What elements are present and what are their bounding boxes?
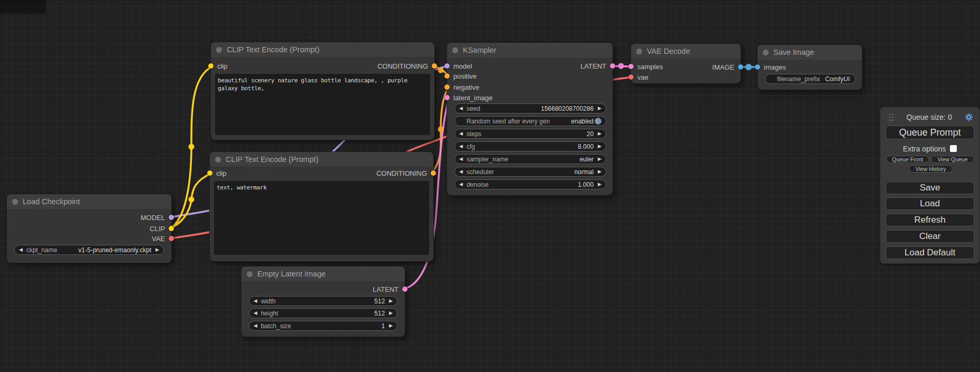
image-port-icon[interactable]: [738, 64, 743, 70]
node-header[interactable]: VAE Decode: [631, 44, 741, 59]
decrement-arrow-icon[interactable]: ◀: [459, 169, 463, 174]
widget-value: v1-5-pruned-emaonly.ckpt: [79, 246, 152, 254]
view-queue-button[interactable]: View Queue: [931, 156, 974, 163]
denoise-widget[interactable]: ◀ denoise 1.000 ▶: [454, 179, 606, 189]
conditioning-port-icon[interactable]: [444, 84, 450, 90]
input-port-clip[interactable]: clip: [207, 169, 227, 177]
random-seed-toggle-widget[interactable]: Random seed after every gen enabled: [454, 116, 606, 126]
drag-handle-icon[interactable]: [888, 113, 894, 122]
input-port-vae[interactable]: vae: [628, 73, 648, 81]
increment-arrow-icon[interactable]: ▶: [598, 169, 601, 174]
increment-arrow-icon[interactable]: ▶: [389, 311, 393, 316]
image-port-icon[interactable]: [755, 64, 760, 70]
sampler-name-widget[interactable]: ◀ sampler_name euler ▶: [454, 154, 606, 164]
latent-port-icon[interactable]: [402, 287, 407, 292]
collapse-dot-icon[interactable]: [12, 199, 18, 205]
output-port-image[interactable]: IMAGE: [712, 63, 743, 71]
input-port-negative[interactable]: negative: [444, 83, 479, 91]
conditioning-port-icon[interactable]: [444, 73, 450, 79]
increment-arrow-icon[interactable]: ▶: [156, 247, 159, 252]
cfg-widget[interactable]: ◀ cfg 8.000 ▶: [454, 141, 606, 151]
height-widget[interactable]: ◀ height 512 ▶: [249, 308, 397, 318]
output-port-conditioning[interactable]: CONDITIONING: [376, 169, 436, 177]
latent-port-icon[interactable]: [610, 63, 615, 69]
scheduler-widget[interactable]: ◀ scheduler normal ▶: [454, 167, 606, 177]
input-port-model[interactable]: model: [444, 62, 472, 70]
decrement-arrow-icon[interactable]: ◀: [19, 247, 23, 252]
steps-widget[interactable]: ◀ steps 20 ▶: [454, 129, 606, 139]
increment-arrow-icon[interactable]: ▶: [598, 144, 601, 149]
node-header[interactable]: KSampler: [447, 43, 613, 58]
collapse-dot-icon[interactable]: [763, 50, 769, 55]
decrement-arrow-icon[interactable]: ◀: [254, 323, 257, 328]
node-header[interactable]: CLIP Text Encode (Prompt): [211, 42, 434, 57]
collapse-dot-icon[interactable]: [216, 47, 222, 53]
output-port-clip[interactable]: CLIP: [150, 224, 174, 233]
decrement-arrow-icon[interactable]: ◀: [254, 311, 257, 316]
input-port-images[interactable]: images: [755, 63, 786, 71]
conditioning-port-icon[interactable]: [431, 170, 436, 176]
decrement-arrow-icon[interactable]: ◀: [254, 299, 257, 303]
load-button[interactable]: Load: [886, 197, 974, 210]
extra-options-checkbox[interactable]: [950, 145, 957, 152]
save-button[interactable]: Save: [886, 182, 974, 194]
collapse-dot-icon[interactable]: [215, 157, 221, 163]
decrement-arrow-icon[interactable]: ◀: [459, 157, 463, 161]
prompt-textarea[interactable]: text, watermark: [214, 181, 429, 255]
extra-options-label: Extra options: [903, 145, 946, 153]
output-port-latent[interactable]: LATENT: [373, 285, 407, 293]
queue-front-button[interactable]: Queue Front: [886, 156, 929, 163]
graph-canvas[interactable]: CLIP Text Encode (Prompt) clip CONDITION…: [0, 0, 980, 372]
input-port-positive[interactable]: positive: [444, 72, 477, 80]
ckpt-name-widget[interactable]: ◀ ckpt_name v1-5-pruned-emaonly.ckpt ▶: [14, 245, 164, 255]
increment-arrow-icon[interactable]: ▶: [598, 131, 601, 136]
node-header[interactable]: CLIP Text Encode (Prompt): [210, 152, 433, 167]
increment-arrow-icon[interactable]: ▶: [389, 323, 393, 328]
widget-label: scheduler: [467, 168, 494, 176]
increment-arrow-icon[interactable]: ▶: [598, 182, 601, 187]
queue-prompt-button[interactable]: Queue Prompt: [886, 126, 974, 139]
output-port-vae[interactable]: VAE: [152, 234, 174, 243]
decrement-arrow-icon[interactable]: ◀: [459, 131, 463, 136]
increment-arrow-icon[interactable]: ▶: [598, 106, 601, 111]
output-port-latent[interactable]: LATENT: [580, 62, 615, 70]
decrement-arrow-icon[interactable]: ◀: [459, 106, 463, 111]
vae-port-icon[interactable]: [169, 236, 174, 241]
decrement-arrow-icon[interactable]: ◀: [459, 144, 463, 149]
clip-port-icon[interactable]: [207, 170, 212, 176]
model-port-icon[interactable]: [169, 215, 174, 220]
refresh-button[interactable]: Refresh: [886, 214, 974, 226]
load-default-button[interactable]: Load Default: [886, 246, 974, 259]
collapse-dot-icon[interactable]: [452, 47, 458, 53]
decrement-arrow-icon[interactable]: ◀: [459, 182, 463, 187]
input-port-clip[interactable]: clip: [208, 62, 228, 70]
collapse-dot-icon[interactable]: [247, 271, 253, 277]
increment-arrow-icon[interactable]: ▶: [598, 157, 601, 161]
vae-port-icon[interactable]: [628, 74, 634, 80]
node-header[interactable]: Save Image: [758, 45, 862, 60]
model-port-icon[interactable]: [444, 63, 450, 69]
widget-value: euler: [579, 156, 594, 163]
settings-gear-icon[interactable]: [964, 112, 974, 122]
output-port-conditioning[interactable]: CONDITIONING: [377, 62, 437, 70]
conditioning-port-icon[interactable]: [432, 63, 437, 69]
width-widget[interactable]: ◀ width 512 ▶: [249, 296, 397, 306]
prompt-textarea[interactable]: beautiful scenery nature glass bottle la…: [215, 74, 430, 135]
clip-port-icon[interactable]: [208, 63, 214, 69]
clear-button[interactable]: Clear: [886, 230, 974, 243]
collapse-dot-icon[interactable]: [636, 49, 642, 54]
toggle-enabled-icon[interactable]: [595, 118, 601, 125]
node-header[interactable]: Empty Latent Image: [241, 266, 405, 281]
increment-arrow-icon[interactable]: ▶: [389, 299, 393, 303]
latent-port-icon[interactable]: [628, 64, 634, 69]
clip-port-icon[interactable]: [169, 226, 174, 231]
view-history-button[interactable]: View History: [909, 165, 953, 173]
batch-size-widget[interactable]: ◀ batch_size 1 ▶: [249, 321, 397, 331]
node-header[interactable]: Load Checkpoint: [7, 194, 171, 209]
filename-prefix-widget[interactable]: filename_prefix ComfyUI: [765, 74, 856, 84]
seed-widget[interactable]: ◀ seed 156680208700286 ▶: [454, 103, 606, 113]
input-port-samples[interactable]: samples: [628, 62, 663, 71]
output-port-model[interactable]: MODEL: [141, 213, 174, 222]
latent-port-icon[interactable]: [444, 95, 450, 100]
input-port-latent-image[interactable]: latent_image: [444, 93, 492, 102]
